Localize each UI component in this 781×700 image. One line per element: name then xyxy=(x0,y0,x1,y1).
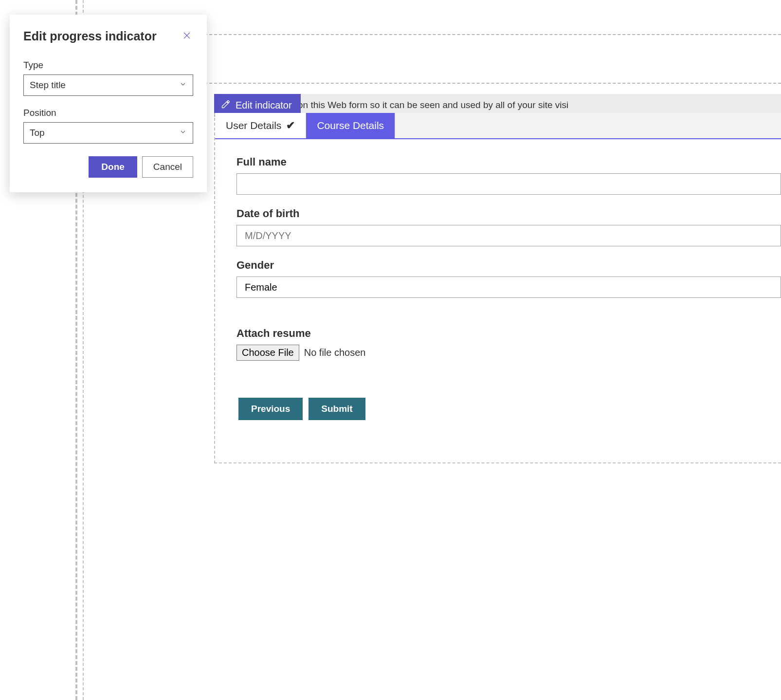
designer-guide-top xyxy=(200,34,781,35)
field-type: Type Step title xyxy=(23,60,193,96)
gender-label: Gender xyxy=(236,259,781,272)
dob-input[interactable] xyxy=(236,225,781,246)
field-full-name: Full name xyxy=(236,156,781,195)
edit-indicator-label: Edit indicator xyxy=(236,100,292,111)
pencil-icon xyxy=(221,99,231,111)
done-button[interactable]: Done xyxy=(89,156,137,178)
field-dob: Date of birth xyxy=(236,207,781,246)
cancel-button[interactable]: Cancel xyxy=(142,156,193,178)
file-status-text: No file chosen xyxy=(304,347,366,358)
dob-label: Date of birth xyxy=(236,207,781,220)
chevron-down-icon xyxy=(179,80,187,91)
field-position: Position Top xyxy=(23,108,193,144)
choose-file-button[interactable]: Choose File xyxy=(236,345,299,361)
step-tabs: User Details ✔ Course Details xyxy=(215,113,781,139)
type-value: Step title xyxy=(30,80,66,91)
field-gender: Gender xyxy=(236,259,781,298)
submit-button[interactable]: Submit xyxy=(309,398,365,420)
previous-button[interactable]: Previous xyxy=(238,398,303,420)
type-label: Type xyxy=(23,60,193,71)
tab-label: Course Details xyxy=(317,120,384,131)
chevron-down-icon xyxy=(179,128,187,138)
panel-title: Edit progress indicator xyxy=(23,29,157,43)
designer-guide-mid xyxy=(200,83,781,84)
close-button[interactable] xyxy=(181,30,193,43)
field-resume: Attach resume Choose File No file chosen xyxy=(236,327,781,361)
check-icon: ✔ xyxy=(286,119,295,132)
close-icon xyxy=(182,31,192,42)
tab-label: User Details xyxy=(226,120,281,131)
full-name-label: Full name xyxy=(236,156,781,168)
gender-select[interactable] xyxy=(236,276,781,298)
info-bar-text: on this Web form so it can be seen and u… xyxy=(298,100,568,111)
position-select[interactable]: Top xyxy=(23,122,193,144)
form-inner: Full name Date of birth Gender Attach re… xyxy=(215,139,781,420)
position-value: Top xyxy=(30,128,45,138)
designer-surface: on this Web form so it can be seen and u… xyxy=(0,0,781,700)
panel-actions: Done Cancel xyxy=(23,156,193,178)
form-actions: Previous Submit xyxy=(236,373,781,420)
tab-user-details[interactable]: User Details ✔ xyxy=(215,113,306,138)
form-container: User Details ✔ Course Details Full name … xyxy=(214,113,781,463)
position-label: Position xyxy=(23,108,193,118)
type-select[interactable]: Step title xyxy=(23,74,193,96)
tab-course-details[interactable]: Course Details xyxy=(306,113,395,138)
edit-progress-indicator-panel: Edit progress indicator Type Step title … xyxy=(10,15,207,192)
full-name-input[interactable] xyxy=(236,173,781,195)
resume-label: Attach resume xyxy=(236,327,781,340)
